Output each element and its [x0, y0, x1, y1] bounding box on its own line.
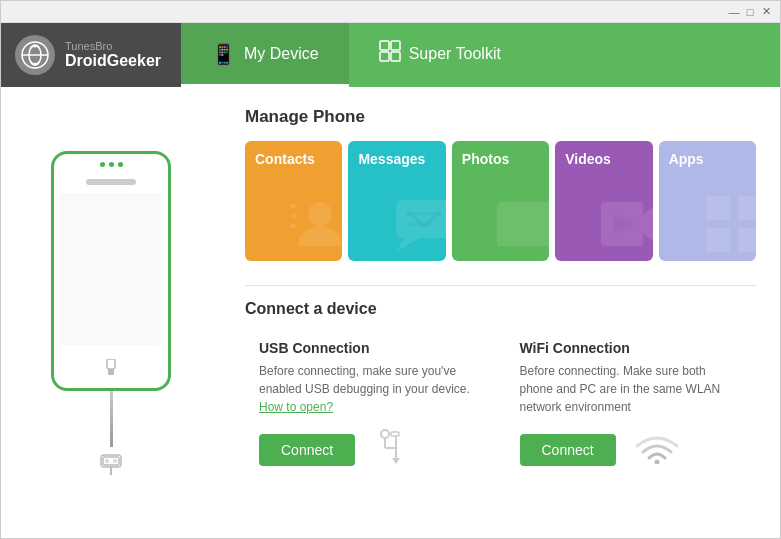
phone-dot-1: [100, 162, 105, 167]
svg-rect-7: [380, 52, 389, 61]
usb-cable: [110, 387, 113, 447]
tiles-row: Contacts Messages: [245, 141, 756, 261]
usb-connect-footer: Connect: [259, 428, 482, 472]
manage-phone-title: Manage Phone: [245, 107, 756, 127]
minimize-button[interactable]: —: [728, 6, 740, 18]
svg-point-16: [308, 202, 332, 226]
photos-bg-icon: [495, 192, 549, 261]
svg-marker-40: [392, 458, 400, 464]
usb-connect-card: USB Connection Before connecting, make s…: [245, 330, 496, 482]
tile-messages[interactable]: Messages: [348, 141, 445, 261]
logo-text: TunesBro DroidGeeker: [65, 40, 161, 70]
usb-desc: Before connecting, make sure you've enab…: [259, 362, 482, 416]
svg-rect-18: [290, 214, 296, 218]
wifi-symbol-icon: [632, 428, 682, 471]
tile-photos-label: Photos: [462, 151, 509, 167]
how-to-open-link[interactable]: How to open?: [259, 400, 333, 414]
wifi-connect-card: WiFi Connection Before connecting. Make …: [506, 330, 757, 482]
phone-screen: [60, 193, 163, 345]
svg-rect-8: [391, 52, 400, 61]
usb-title: USB Connection: [259, 340, 482, 356]
svg-point-34: [381, 430, 389, 438]
logo-area: TunesBro DroidGeeker: [1, 23, 181, 87]
svg-rect-19: [290, 224, 296, 228]
app-name: DroidGeeker: [65, 52, 161, 70]
usb-plug-icon: [91, 447, 131, 477]
svg-rect-17: [290, 204, 296, 208]
svg-rect-6: [391, 41, 400, 50]
videos-bg-icon: [599, 192, 653, 261]
close-button[interactable]: ✕: [760, 6, 772, 18]
svg-rect-10: [108, 369, 114, 375]
apps-bg-icon: [702, 192, 756, 261]
wifi-connect-footer: Connect: [520, 428, 743, 471]
wifi-title: WiFi Connection: [520, 340, 743, 356]
phone-icon: 📱: [211, 42, 236, 66]
logo-icon: [15, 35, 55, 75]
svg-rect-15: [113, 459, 117, 463]
tab-my-device-label: My Device: [244, 45, 319, 63]
phone-dot-3: [118, 162, 123, 167]
tab-super-toolkit-label: Super Toolkit: [409, 45, 501, 63]
svg-point-41: [654, 460, 659, 465]
toolkit-icon: [379, 40, 401, 67]
maximize-button[interactable]: □: [744, 6, 756, 18]
svg-rect-35: [391, 432, 399, 436]
svg-rect-9: [107, 359, 115, 369]
connect-section-title: Connect a device: [245, 285, 756, 318]
header: TunesBro DroidGeeker 📱 My Device Super T…: [1, 23, 780, 87]
tile-messages-label: Messages: [358, 151, 425, 167]
usb-symbol-icon: [371, 428, 421, 472]
usb-connect-button[interactable]: Connect: [259, 434, 355, 466]
device-panel: [1, 87, 221, 539]
content-panel: Manage Phone Contacts Messages: [221, 87, 780, 539]
svg-rect-31: [738, 196, 756, 220]
svg-rect-33: [738, 228, 756, 252]
phone-dots: [100, 162, 123, 167]
tile-photos[interactable]: Photos: [452, 141, 549, 261]
svg-rect-32: [706, 228, 730, 252]
tile-apps-label: Apps: [669, 151, 704, 167]
phone-usb-port: [97, 353, 125, 384]
svg-rect-20: [396, 200, 446, 238]
wifi-desc: Before connecting. Make sure both phone …: [520, 362, 743, 416]
title-bar: — □ ✕: [1, 1, 780, 23]
phone-dot-2: [109, 162, 114, 167]
svg-marker-28: [643, 206, 653, 242]
tab-my-device[interactable]: 📱 My Device: [181, 23, 349, 87]
svg-rect-30: [706, 196, 730, 220]
brand-name: TunesBro: [65, 40, 161, 52]
svg-marker-21: [396, 238, 420, 252]
connect-grid: USB Connection Before connecting, make s…: [245, 330, 756, 482]
tab-super-toolkit[interactable]: Super Toolkit: [349, 23, 531, 87]
contacts-bg-icon: [288, 192, 342, 261]
tile-contacts[interactable]: Contacts: [245, 141, 342, 261]
tile-videos[interactable]: Videos: [555, 141, 652, 261]
phone-speaker: [86, 179, 136, 185]
tile-contacts-label: Contacts: [255, 151, 315, 167]
svg-rect-5: [380, 41, 389, 50]
nav-tabs: 📱 My Device Super Toolkit: [181, 23, 780, 87]
messages-bg-icon: [392, 192, 446, 261]
tile-apps[interactable]: Apps: [659, 141, 756, 261]
phone-device: [51, 151, 171, 391]
wifi-connect-button[interactable]: Connect: [520, 434, 616, 466]
svg-rect-14: [105, 459, 109, 463]
tile-videos-label: Videos: [565, 151, 611, 167]
main-content: Manage Phone Contacts Messages: [1, 87, 780, 539]
